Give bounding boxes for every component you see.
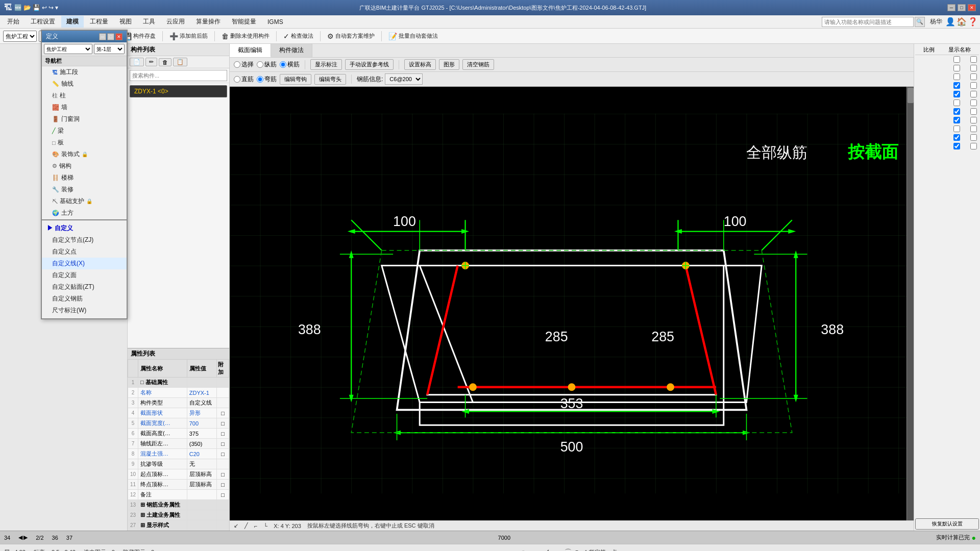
menu-start[interactable]: 开始 [2,16,24,28]
def-min-btn[interactable]: ─ [99,33,106,40]
maximize-button[interactable]: □ [958,4,966,11]
right-cb-11b[interactable] [970,143,977,149]
component-item[interactable]: ZDYX-1 <0> [130,85,227,97]
nav-custom-def[interactable]: ▶ 自定义 [42,222,127,234]
def-max-btn[interactable]: □ [107,33,114,40]
menu-view[interactable]: 视图 [114,16,137,28]
nav-custom-surface[interactable]: 自定义贴面(ZT) [42,281,127,293]
manual-ref-btn[interactable]: 手动设置参考线 [345,59,394,70]
tool-bent[interactable]: 弯筋 [257,75,277,84]
nav-earthwork[interactable]: 🌍土方 [42,207,127,219]
tab-section-edit[interactable]: 截面编辑 [230,44,271,57]
undo-icon[interactable]: ↩ [42,4,47,11]
radio-bent[interactable] [257,76,263,83]
right-cb-5b[interactable] [970,91,977,97]
batch-auto-btn[interactable]: 📝批量自动套做法 [385,31,442,42]
right-cb-1b[interactable] [970,56,977,63]
comp-new-btn[interactable]: 📄 [130,58,144,66]
close-button[interactable]: ✕ [968,4,976,11]
right-cb-1a[interactable] [953,56,960,63]
right-cb-8b[interactable] [970,117,977,123]
menu-quantity[interactable]: 工程量 [85,16,113,28]
tool-longrebar[interactable]: 纵筋 [257,60,277,69]
nav-custom-area[interactable]: 自定义面 [42,269,127,281]
tool-line[interactable]: ─ [553,548,558,552]
help-icon[interactable]: ❓ [968,17,978,27]
tool-straight[interactable]: 直筋 [234,75,254,84]
tool-rect[interactable]: ▭ [529,548,536,552]
tool-snap[interactable]: ◎ [574,548,580,552]
tool-circle[interactable]: ○ [538,548,542,552]
scroll-icons[interactable]: ◀▶ [18,534,28,541]
window-controls[interactable]: ─ □ ✕ [947,4,976,11]
radio-transrebar[interactable] [280,61,286,68]
radio-select[interactable] [234,61,240,68]
nav-custom-node[interactable]: 自定义节点(ZJ) [42,234,127,246]
nav-stair[interactable]: 🪜楼梯 [42,172,127,184]
right-cb-4b[interactable] [970,82,977,89]
nav-door-window[interactable]: 🚪门窗洞 [42,113,127,125]
delete-unused-btn[interactable]: 🗑删除未使用构件 [218,31,273,42]
right-cb-6a[interactable] [953,99,960,106]
tool-transrebar[interactable]: 横筋 [280,60,300,69]
right-cb-5a[interactable] [953,91,960,97]
menu-cloud[interactable]: 云应用 [161,16,190,28]
comp-copy-btn[interactable]: 📋 [173,58,187,66]
comp-edit-btn[interactable]: ✏ [145,58,157,66]
tab-component-method[interactable]: 构件做法 [271,44,312,57]
add-rebar-btn[interactable]: ➕添加前后筋 [166,31,211,42]
nav-finish[interactable]: 🔧装修 [42,184,127,195]
nav-construction-stage[interactable]: 🏗施工段 [42,66,127,78]
tool-arc[interactable]: ⌒ [565,548,572,552]
def-window-controls[interactable]: ─ □ ✕ [99,33,122,40]
tool-select[interactable]: 选择 [234,60,254,69]
right-cb-2b[interactable] [970,65,977,71]
right-cb-10a[interactable] [953,134,960,141]
def-close-btn[interactable]: ✕ [115,33,122,40]
nav-slab[interactable]: □板 [42,137,127,148]
restore-default-btn[interactable]: 恢复默认设置 [915,518,979,530]
right-cb-7b[interactable] [970,108,977,115]
line-tool-3[interactable]: └ [263,523,267,529]
edit-head-btn[interactable]: 编辑弯头 [314,74,346,85]
canvas-scrollbar[interactable] [906,87,914,520]
right-cb-4a[interactable] [953,82,960,89]
def-floor-select[interactable]: 第-1层 [94,44,125,54]
nav-custom-rebar[interactable]: 自定义钢筋 [42,293,127,305]
nav-wall[interactable]: 🧱墙 [42,102,127,113]
menu-smart[interactable]: 智能提量 [227,16,261,28]
rebar-select[interactable]: C6@200 [385,73,423,85]
right-cb-7a[interactable] [953,108,960,115]
right-cb-11a[interactable] [953,143,960,149]
radio-straight[interactable] [234,76,240,83]
new-icon[interactable]: 🆕 [14,4,22,11]
nav-decoration[interactable]: 🎨装饰式 🔒 [42,148,127,160]
right-cb-6b[interactable] [970,99,977,106]
minimize-button[interactable]: ─ [947,4,955,11]
line-tool-2[interactable]: ⌐ [254,523,257,529]
nav-dimension[interactable]: 尺寸标注(W) [42,305,127,316]
open-icon[interactable]: 📂 [23,4,31,11]
component-search-input[interactable] [130,70,227,81]
comp-delete-btn[interactable]: 🗑 [159,58,172,66]
def-project-select[interactable]: 焦炉工程 [44,44,92,54]
tool-fill[interactable]: ▪ [560,548,562,552]
nav-custom-line[interactable]: 自定义线(X) [42,258,127,269]
nav-axis[interactable]: 📏轴线 [42,78,127,90]
right-cb-3b[interactable] [970,73,977,80]
nav-steel[interactable]: ⚙钢构 [42,160,127,172]
right-cb-9b[interactable] [970,126,977,132]
right-cb-2a[interactable] [953,65,960,71]
search-input[interactable] [822,17,914,27]
search-button[interactable]: 🔍 [915,17,925,27]
line-tool-1[interactable]: ╱ [244,522,248,529]
right-cb-3a[interactable] [953,73,960,80]
nav-custom-point[interactable]: 自定义点 [42,246,127,258]
set-elevation-btn[interactable]: 设置标高 [404,59,436,70]
radio-longrebar[interactable] [257,61,263,68]
nav-beam[interactable]: ╱梁 [42,125,127,137]
check-method-btn[interactable]: ✓检查做法 [280,31,317,42]
user-icon[interactable]: 👤 [945,17,955,27]
redo-icon[interactable]: ↪ [48,4,54,11]
edit-hook-btn[interactable]: 编辑弯钩 [280,74,311,85]
